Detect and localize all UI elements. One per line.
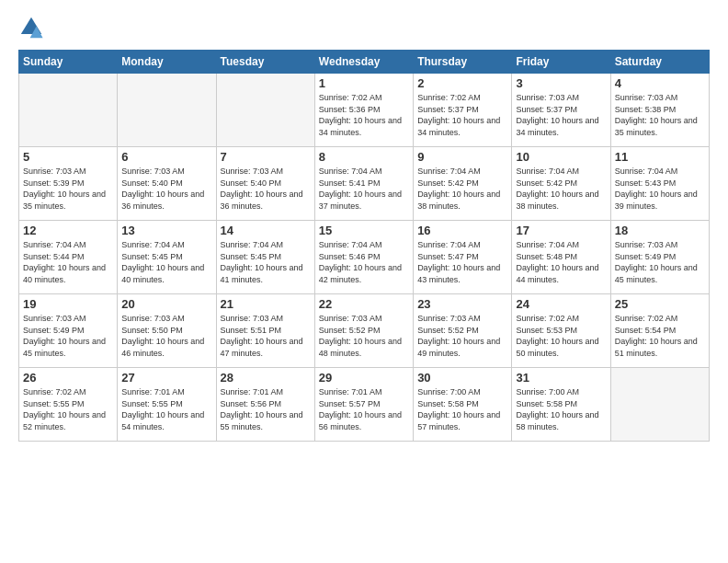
day-number: 18: [615, 224, 705, 237]
day-number: 16: [417, 224, 507, 237]
calendar-cell: 25Sunrise: 7:02 AMSunset: 5:54 PMDayligh…: [610, 294, 709, 368]
calendar-week-4: 19Sunrise: 7:03 AMSunset: 5:49 PMDayligh…: [19, 294, 710, 368]
calendar-cell: 6Sunrise: 7:03 AMSunset: 5:40 PMDaylight…: [118, 147, 216, 221]
calendar-cell: 8Sunrise: 7:04 AMSunset: 5:41 PMDaylight…: [314, 147, 413, 221]
day-number: 26: [23, 371, 113, 385]
calendar-cell: 16Sunrise: 7:04 AMSunset: 5:47 PMDayligh…: [414, 221, 512, 294]
day-info: Sunrise: 7:04 AMSunset: 5:48 PMDaylight:…: [516, 239, 606, 285]
calendar-cell: 17Sunrise: 7:04 AMSunset: 5:48 PMDayligh…: [512, 221, 610, 294]
weekday-header-saturday: Saturday: [610, 51, 709, 74]
day-number: 31: [516, 371, 606, 385]
day-info: Sunrise: 7:02 AMSunset: 5:53 PMDaylight:…: [516, 313, 606, 359]
day-info: Sunrise: 7:04 AMSunset: 5:43 PMDaylight:…: [615, 166, 705, 212]
day-info: Sunrise: 7:03 AMSunset: 5:52 PMDaylight:…: [417, 313, 507, 359]
calendar-cell: [216, 74, 314, 147]
calendar-cell: 28Sunrise: 7:01 AMSunset: 5:56 PMDayligh…: [216, 368, 314, 442]
calendar-cell: 22Sunrise: 7:03 AMSunset: 5:52 PMDayligh…: [314, 294, 413, 368]
day-info: Sunrise: 7:03 AMSunset: 5:49 PMDaylight:…: [615, 239, 705, 285]
day-number: 6: [121, 150, 211, 164]
weekday-header-thursday: Thursday: [414, 51, 512, 74]
calendar-cell: 13Sunrise: 7:04 AMSunset: 5:45 PMDayligh…: [118, 221, 216, 294]
page: SundayMondayTuesdayWednesdayThursdayFrid…: [0, 0, 728, 451]
day-number: 12: [23, 224, 113, 237]
day-info: Sunrise: 7:03 AMSunset: 5:51 PMDaylight:…: [221, 313, 311, 359]
calendar-table: SundayMondayTuesdayWednesdayThursdayFrid…: [18, 50, 710, 442]
calendar-week-2: 5Sunrise: 7:03 AMSunset: 5:39 PMDaylight…: [19, 147, 710, 221]
calendar-cell: 23Sunrise: 7:03 AMSunset: 5:52 PMDayligh…: [414, 294, 512, 368]
day-number: 2: [417, 76, 507, 90]
day-info: Sunrise: 7:02 AMSunset: 5:37 PMDaylight:…: [417, 92, 507, 138]
day-info: Sunrise: 7:04 AMSunset: 5:46 PMDaylight:…: [319, 239, 409, 285]
day-number: 14: [221, 224, 311, 237]
calendar-cell: 1Sunrise: 7:02 AMSunset: 5:36 PMDaylight…: [314, 74, 413, 147]
day-info: Sunrise: 7:02 AMSunset: 5:36 PMDaylight:…: [319, 92, 409, 138]
calendar-week-1: 1Sunrise: 7:02 AMSunset: 5:36 PMDaylight…: [19, 74, 710, 147]
day-number: 25: [615, 297, 705, 311]
day-number: 15: [319, 224, 409, 237]
day-info: Sunrise: 7:00 AMSunset: 5:58 PMDaylight:…: [516, 386, 606, 432]
calendar-cell: [610, 368, 709, 442]
calendar-cell: 12Sunrise: 7:04 AMSunset: 5:44 PMDayligh…: [19, 221, 118, 294]
day-info: Sunrise: 7:01 AMSunset: 5:55 PMDaylight:…: [121, 386, 211, 432]
calendar-cell: 15Sunrise: 7:04 AMSunset: 5:46 PMDayligh…: [314, 221, 413, 294]
day-number: 4: [615, 76, 705, 90]
calendar-cell: 19Sunrise: 7:03 AMSunset: 5:49 PMDayligh…: [19, 294, 118, 368]
day-info: Sunrise: 7:02 AMSunset: 5:55 PMDaylight:…: [23, 386, 113, 432]
calendar-cell: 31Sunrise: 7:00 AMSunset: 5:58 PMDayligh…: [512, 368, 610, 442]
day-number: 30: [417, 371, 507, 385]
calendar-cell: 24Sunrise: 7:02 AMSunset: 5:53 PMDayligh…: [512, 294, 610, 368]
day-number: 11: [615, 150, 705, 164]
calendar-cell: 20Sunrise: 7:03 AMSunset: 5:50 PMDayligh…: [118, 294, 216, 368]
weekday-header-row: SundayMondayTuesdayWednesdayThursdayFrid…: [19, 51, 710, 74]
day-info: Sunrise: 7:02 AMSunset: 5:54 PMDaylight:…: [615, 313, 705, 359]
calendar-cell: 11Sunrise: 7:04 AMSunset: 5:43 PMDayligh…: [610, 147, 709, 221]
day-info: Sunrise: 7:01 AMSunset: 5:56 PMDaylight:…: [221, 386, 311, 432]
calendar-cell: 2Sunrise: 7:02 AMSunset: 5:37 PMDaylight…: [414, 74, 512, 147]
day-info: Sunrise: 7:04 AMSunset: 5:45 PMDaylight:…: [221, 239, 311, 285]
calendar-cell: 26Sunrise: 7:02 AMSunset: 5:55 PMDayligh…: [19, 368, 118, 442]
day-number: 28: [221, 371, 311, 385]
calendar-week-3: 12Sunrise: 7:04 AMSunset: 5:44 PMDayligh…: [19, 221, 710, 294]
day-info: Sunrise: 7:04 AMSunset: 5:44 PMDaylight:…: [23, 239, 113, 285]
day-number: 23: [417, 297, 507, 311]
logo-icon: [18, 15, 44, 40]
day-info: Sunrise: 7:04 AMSunset: 5:41 PMDaylight:…: [319, 166, 409, 212]
day-number: 29: [319, 371, 409, 385]
calendar-cell: [118, 74, 216, 147]
weekday-header-sunday: Sunday: [19, 51, 118, 74]
day-info: Sunrise: 7:04 AMSunset: 5:47 PMDaylight:…: [417, 239, 507, 285]
weekday-header-friday: Friday: [512, 51, 610, 74]
day-number: 8: [319, 150, 409, 164]
day-info: Sunrise: 7:03 AMSunset: 5:38 PMDaylight:…: [615, 92, 705, 138]
day-info: Sunrise: 7:01 AMSunset: 5:57 PMDaylight:…: [319, 386, 409, 432]
day-number: 3: [516, 76, 606, 90]
day-number: 24: [516, 297, 606, 311]
day-number: 17: [516, 224, 606, 237]
calendar-cell: 18Sunrise: 7:03 AMSunset: 5:49 PMDayligh…: [610, 221, 709, 294]
calendar-cell: 29Sunrise: 7:01 AMSunset: 5:57 PMDayligh…: [314, 368, 413, 442]
day-info: Sunrise: 7:03 AMSunset: 5:50 PMDaylight:…: [121, 313, 211, 359]
day-info: Sunrise: 7:03 AMSunset: 5:40 PMDaylight:…: [221, 166, 311, 212]
weekday-header-wednesday: Wednesday: [314, 51, 413, 74]
day-number: 27: [121, 371, 211, 385]
day-info: Sunrise: 7:04 AMSunset: 5:42 PMDaylight:…: [516, 166, 606, 212]
day-info: Sunrise: 7:04 AMSunset: 5:45 PMDaylight:…: [121, 239, 211, 285]
day-number: 7: [221, 150, 311, 164]
day-number: 22: [319, 297, 409, 311]
day-number: 5: [23, 150, 113, 164]
calendar-cell: [19, 74, 118, 147]
day-number: 19: [23, 297, 113, 311]
calendar-cell: 21Sunrise: 7:03 AMSunset: 5:51 PMDayligh…: [216, 294, 314, 368]
header: [18, 15, 710, 40]
day-info: Sunrise: 7:04 AMSunset: 5:42 PMDaylight:…: [417, 166, 507, 212]
calendar-cell: 10Sunrise: 7:04 AMSunset: 5:42 PMDayligh…: [512, 147, 610, 221]
day-info: Sunrise: 7:03 AMSunset: 5:52 PMDaylight:…: [319, 313, 409, 359]
logo: [18, 15, 48, 40]
weekday-header-monday: Monday: [118, 51, 216, 74]
calendar-cell: 14Sunrise: 7:04 AMSunset: 5:45 PMDayligh…: [216, 221, 314, 294]
calendar-cell: 30Sunrise: 7:00 AMSunset: 5:58 PMDayligh…: [414, 368, 512, 442]
calendar-cell: 27Sunrise: 7:01 AMSunset: 5:55 PMDayligh…: [118, 368, 216, 442]
weekday-header-tuesday: Tuesday: [216, 51, 314, 74]
day-number: 20: [121, 297, 211, 311]
day-number: 1: [319, 76, 409, 90]
